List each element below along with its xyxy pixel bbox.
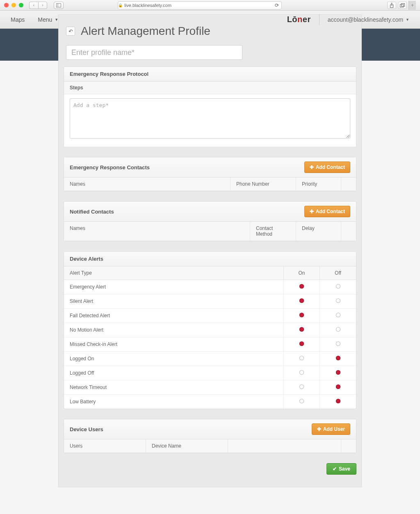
alert-on-cell bbox=[284, 352, 320, 366]
page-wrap: ↶ Alert Management Profile Emergency Res… bbox=[8, 14, 412, 487]
alert-type-label: Low Battery bbox=[64, 395, 284, 409]
browser-sidebar-button[interactable] bbox=[54, 2, 64, 9]
browser-right-buttons: + bbox=[387, 1, 416, 10]
plus-icon: ✚ bbox=[310, 164, 314, 170]
radio-off[interactable] bbox=[336, 384, 340, 389]
alert-off-cell bbox=[320, 309, 356, 323]
radio-off[interactable] bbox=[336, 370, 340, 375]
alert-row: Low Battery bbox=[64, 395, 356, 409]
alert-row: Logged Off bbox=[64, 366, 356, 380]
da-rows-container: Emergency AlertSilent AlertFall Detected… bbox=[64, 280, 356, 409]
add-notified-contact-button[interactable]: ✚ Add Contact bbox=[304, 206, 350, 217]
logo-text-2: ō bbox=[292, 15, 297, 24]
account-dropdown[interactable]: account@blacklinesafety.com ▼ bbox=[328, 16, 409, 23]
new-tab-button[interactable]: + bbox=[409, 1, 416, 10]
alert-row: Network Timeout bbox=[64, 380, 356, 395]
alert-off-cell bbox=[320, 294, 356, 308]
radio-off[interactable] bbox=[336, 356, 340, 360]
nc-columns: Names Contact Method Delay bbox=[64, 222, 356, 241]
erc-panel: Emergency Response Contacts ✚ Add Contac… bbox=[64, 157, 356, 191]
maps-link[interactable]: Maps bbox=[11, 16, 25, 23]
radio-on[interactable] bbox=[299, 313, 304, 317]
title-row: ↶ Alert Management Profile bbox=[59, 25, 361, 45]
radio-on[interactable] bbox=[299, 399, 304, 403]
zoom-window-icon[interactable] bbox=[19, 3, 23, 7]
menu-dropdown[interactable]: Menu ▼ bbox=[38, 16, 58, 23]
radio-off[interactable] bbox=[336, 327, 340, 332]
du-header: Device Users ✚ Add User bbox=[64, 419, 356, 439]
nc-col-delay: Delay bbox=[296, 222, 341, 241]
check-icon: ✔ bbox=[333, 466, 337, 472]
du-title-text: Device Users bbox=[70, 426, 103, 432]
du-col-actions bbox=[341, 439, 356, 453]
main-card: ↶ Alert Management Profile Emergency Res… bbox=[58, 14, 362, 487]
add-user-label: Add User bbox=[323, 426, 345, 432]
browser-chrome: ‹ › 🔒 live.blacklinesafety.com ⟳ + bbox=[0, 0, 420, 11]
radio-on[interactable] bbox=[299, 370, 304, 375]
plus-icon: ✚ bbox=[310, 209, 314, 214]
radio-off[interactable] bbox=[336, 399, 340, 403]
nav-back-forward: ‹ › bbox=[29, 2, 47, 9]
radio-on[interactable] bbox=[299, 384, 304, 389]
nc-col-names: Names bbox=[64, 222, 250, 241]
lock-icon: 🔒 bbox=[118, 3, 123, 7]
close-window-icon[interactable] bbox=[4, 3, 9, 7]
back-button[interactable]: ↶ bbox=[66, 27, 75, 36]
erp-steps-label: Steps bbox=[64, 82, 356, 94]
radio-on[interactable] bbox=[299, 284, 304, 289]
erp-title-text: Emergency Response Protocol bbox=[70, 71, 148, 77]
du-col-blank bbox=[228, 439, 341, 453]
forward-button[interactable]: › bbox=[38, 2, 47, 9]
menu-label: Menu bbox=[38, 16, 52, 23]
erc-col-priority: Priority bbox=[296, 177, 341, 191]
nc-header: Notified Contacts ✚ Add Contact bbox=[64, 202, 356, 222]
du-col-device: Device Name bbox=[146, 439, 228, 453]
loner-logo: Lōner bbox=[287, 15, 311, 24]
device-alerts-panel: Device Alerts Alert Type On Off Emergenc… bbox=[64, 251, 356, 409]
alert-row: Logged On bbox=[64, 352, 356, 366]
radio-off[interactable] bbox=[336, 341, 340, 346]
add-contact-button[interactable]: ✚ Add Contact bbox=[304, 161, 350, 173]
logo-text-red: n bbox=[297, 15, 303, 24]
nc-panel: Notified Contacts ✚ Add Contact Names Co… bbox=[64, 201, 356, 241]
minimize-window-icon[interactable] bbox=[11, 3, 16, 7]
alert-row: Emergency Alert bbox=[64, 280, 356, 294]
erp-panel: Emergency Response Protocol Steps bbox=[64, 66, 356, 147]
alert-type-label: No Motion Alert bbox=[64, 323, 284, 337]
erc-col-actions bbox=[341, 177, 356, 191]
radio-on[interactable] bbox=[299, 327, 304, 332]
du-col-users: Users bbox=[64, 439, 146, 453]
svg-rect-4 bbox=[400, 4, 403, 7]
radio-on[interactable] bbox=[299, 356, 304, 360]
alert-row: Missed Check-in Alert bbox=[64, 337, 356, 352]
da-col-type: Alert Type bbox=[64, 266, 284, 280]
profile-name-input[interactable] bbox=[66, 45, 242, 60]
save-button[interactable]: ✔ Save bbox=[326, 463, 356, 475]
address-bar[interactable]: 🔒 live.blacklinesafety.com ⟳ bbox=[118, 1, 282, 9]
alert-type-label: Logged Off bbox=[64, 366, 284, 380]
back-arrow-icon: ↶ bbox=[68, 28, 73, 34]
share-icon[interactable] bbox=[387, 2, 396, 9]
back-button[interactable]: ‹ bbox=[29, 2, 38, 9]
alert-type-label: Silent Alert bbox=[64, 294, 284, 308]
da-title-text: Device Alerts bbox=[70, 256, 103, 262]
tabs-icon[interactable] bbox=[398, 2, 407, 9]
alert-off-cell bbox=[320, 366, 356, 380]
add-notified-contact-label: Add Contact bbox=[316, 209, 345, 214]
erc-title-text: Emergency Response Contacts bbox=[70, 164, 150, 171]
alert-on-cell bbox=[284, 280, 320, 294]
plus-icon: ✚ bbox=[317, 426, 321, 432]
radio-on[interactable] bbox=[299, 298, 304, 303]
erp-body bbox=[64, 94, 356, 147]
nc-title-text: Notified Contacts bbox=[70, 209, 114, 215]
radio-off[interactable] bbox=[336, 298, 340, 303]
radio-on[interactable] bbox=[299, 341, 304, 346]
radio-off[interactable] bbox=[336, 313, 340, 317]
alert-on-cell bbox=[284, 309, 320, 323]
radio-off[interactable] bbox=[336, 284, 340, 289]
alert-on-cell bbox=[284, 380, 320, 394]
steps-textarea[interactable] bbox=[70, 98, 350, 139]
add-user-button[interactable]: ✚ Add User bbox=[312, 423, 350, 435]
footer-row: ✔ Save bbox=[59, 463, 361, 475]
reload-icon[interactable]: ⟳ bbox=[272, 2, 281, 9]
